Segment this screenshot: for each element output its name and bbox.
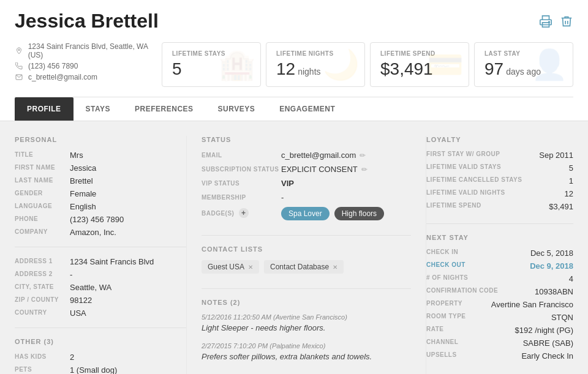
contact-lists-container: Guest USA✕Contact Database✕: [202, 260, 411, 274]
loyalty-row: LIFETIME VALID NIGHTS 12: [426, 189, 573, 198]
stat-card: LAST STAY 97 days ago 👤: [474, 42, 573, 87]
next-stay-row: # OF NIGHTS 4: [426, 274, 573, 283]
field-row: PETS 1 (Small dog): [15, 365, 186, 374]
stat-card: LIFETIME SPEND $3,491 💳: [370, 42, 469, 87]
contact-list-tag: Guest USA✕: [202, 260, 259, 274]
loyalty-grid: FIRST STAY W/ GROUP Sep 2011 LIFETIME VA…: [426, 151, 573, 211]
other-fields: HAS KIDS 2 PETS 1 (Small dog) ANNIVERSAR…: [15, 353, 186, 374]
field-row: COUNTRY USA: [15, 309, 186, 318]
personal-fields: TITLE Mrs FIRST NAME Jessica LAST NAME B…: [15, 151, 186, 237]
loyalty-row: LIFETIME CANCELLED STAYS 1: [426, 176, 573, 185]
loyalty-title: LOYALTY: [426, 136, 573, 143]
svg-point-2: [549, 21, 550, 23]
phone-row: (123) 456 7890: [15, 62, 162, 70]
tab-engagement[interactable]: ENGAGEMENT: [267, 97, 347, 121]
left-column: PERSONAL TITLE Mrs FIRST NAME Jessica LA…: [15, 136, 186, 374]
field-row: CITY, STATE Seattle, WA: [15, 283, 186, 292]
next-stay-section: NEXT STAY CHECK IN Dec 5, 2018 CHECK OUT…: [426, 234, 573, 361]
field-row: TITLE Mrs: [15, 151, 186, 160]
middle-column: STATUS EMAIL c_brettel@gmail.com ✏ SUBSC…: [186, 136, 426, 374]
field-row: PHONE (123) 456 7890: [15, 215, 186, 224]
location-icon: [15, 47, 23, 55]
vip-row: VIP STATUS VIP: [202, 179, 411, 188]
page-wrapper: Jessica Brettell: [0, 0, 588, 374]
stats-container: LIFETIME STAYS 5 🏨 LIFETIME NIGHTS 12 ni…: [162, 42, 573, 87]
field-row: LAST NAME Brettel: [15, 176, 186, 185]
address-fields: ADDRESS 1 1234 Saint Francis Blvd ADDRES…: [15, 257, 186, 318]
tabs: PROFILESTAYSPREFERENCESSURVEYSENGAGEMENT: [15, 97, 573, 121]
subscription-row: SUBSCRIPTION STATUS EXPLICIT CONSENT ✏: [202, 165, 411, 174]
guest-name: Jessica Brettell: [15, 10, 159, 32]
field-row: FIRST NAME Jessica: [15, 163, 186, 173]
tab-profile[interactable]: PROFILE: [15, 97, 74, 121]
status-email: c_brettel@gmail.com: [281, 151, 356, 160]
badges-container: Spa LoverHigh floors: [281, 207, 384, 220]
notes-section: NOTES (2) 5/12/2016 11:20:50 AM (Avertin…: [202, 299, 411, 361]
badge-spa-lover[interactable]: Spa Lover: [281, 207, 330, 220]
phone-icon: [15, 62, 23, 70]
edit-email-icon[interactable]: ✏: [360, 151, 366, 160]
email-row: c_brettel@gmail.com: [15, 73, 162, 81]
contact-lists-section: CONTACT LISTS Guest USA✕Contact Database…: [202, 245, 411, 274]
stat-card: LIFETIME NIGHTS 12 nights 🌙: [266, 42, 365, 87]
badge-high-floors[interactable]: High floors: [334, 207, 384, 220]
address-row: 1234 Saint Francis Blvd, Seattle, WA (US…: [15, 42, 162, 59]
svg-point-3: [18, 49, 20, 51]
badges-row: BADGE(S) + Spa LoverHigh floors: [202, 207, 411, 220]
loyalty-section: LOYALTY FIRST STAY W/ GROUP Sep 2011 LIF…: [426, 136, 573, 211]
vip-value: VIP: [281, 179, 294, 188]
header: Jessica Brettell: [0, 0, 588, 121]
next-stay-row: PROPERTY Avertine San Francisco: [426, 300, 573, 309]
phone-text: (123) 456 7890: [28, 62, 78, 70]
field-row: COMPANY Amazon, Inc.: [15, 228, 186, 237]
field-row: LANGUAGE English: [15, 202, 186, 211]
tab-surveys[interactable]: SURVEYS: [206, 97, 268, 121]
field-row: HAS KIDS 2: [15, 353, 186, 362]
address-text: 1234 Saint Francis Blvd, Seattle, WA (US…: [28, 42, 162, 59]
remove-list-tag[interactable]: ✕: [333, 264, 337, 271]
next-stay-row: CHECK IN Dec 5, 2018: [426, 249, 573, 258]
right-column: LOYALTY FIRST STAY W/ GROUP Sep 2011 LIF…: [426, 136, 573, 374]
edit-subscription-icon[interactable]: ✏: [361, 165, 368, 174]
contact-info: 1234 Saint Francis Blvd, Seattle, WA (US…: [15, 42, 162, 81]
note-item: 2/27/2015 7:10:20 PM (Palpatine Mexico) …: [202, 342, 411, 361]
print-button[interactable]: [539, 15, 552, 30]
email-text: c_brettel@gmail.com: [28, 73, 97, 81]
notes-title: NOTES (2): [202, 299, 411, 306]
field-row: ADDRESS 1 1234 Saint Francis Blvd: [15, 257, 186, 266]
next-stay-title: NEXT STAY: [426, 234, 573, 241]
field-row: ADDRESS 2 -: [15, 270, 186, 279]
notes-container: 5/12/2016 11:20:50 AM (Avertine San Fran…: [202, 313, 411, 361]
field-row: ZIP / COUNTY 98122: [15, 296, 186, 305]
next-stay-row: CHANNEL SABRE (SAB): [426, 338, 573, 348]
header-actions: [539, 10, 573, 30]
loyalty-row: LIFETIME VALID STAYS 5: [426, 163, 573, 173]
next-stay-row: RATE $192 /night (PG): [426, 326, 573, 335]
subscription-value: EXPLICIT CONSENT: [281, 165, 358, 174]
status-section: STATUS EMAIL c_brettel@gmail.com ✏ SUBSC…: [202, 136, 411, 220]
remove-list-tag[interactable]: ✕: [248, 264, 253, 271]
status-section-title: STATUS: [202, 136, 411, 143]
contact-list-tag: Contact Database✕: [264, 260, 344, 274]
other-section-title: OTHER (3): [15, 338, 186, 345]
delete-button[interactable]: [560, 15, 573, 30]
membership-row: MEMBERSHIP -: [202, 193, 411, 202]
main-content: PERSONAL TITLE Mrs FIRST NAME Jessica LA…: [0, 121, 588, 374]
stat-card: LIFETIME STAYS 5 🏨: [162, 42, 261, 87]
loyalty-row: FIRST STAY W/ GROUP Sep 2011: [426, 151, 573, 160]
tab-preferences[interactable]: PREFERENCES: [123, 97, 206, 121]
next-stay-row: ROOM TYPE STQN: [426, 313, 573, 322]
add-badge-button[interactable]: +: [239, 208, 249, 218]
tab-stays[interactable]: STAYS: [74, 97, 123, 121]
next-stay-row: UPSELLS Early Check In: [426, 351, 573, 361]
contact-lists-title: CONTACT LISTS: [202, 245, 411, 253]
next-stay-grid: CHECK IN Dec 5, 2018 CHECK OUT Dec 9, 20…: [426, 249, 573, 361]
email-icon: [15, 73, 23, 81]
status-email-row: EMAIL c_brettel@gmail.com ✏: [202, 151, 411, 160]
field-row: GENDER Female: [15, 189, 186, 198]
next-stay-row: CONFIRMATION CODE 10938ABN: [426, 287, 573, 296]
personal-section-title: PERSONAL: [15, 136, 186, 143]
note-item: 5/12/2016 11:20:50 AM (Avertine San Fran…: [202, 313, 411, 332]
loyalty-row: LIFETIME SPEND $3,491: [426, 202, 573, 211]
next-stay-row: CHECK OUT Dec 9, 2018: [426, 261, 573, 271]
